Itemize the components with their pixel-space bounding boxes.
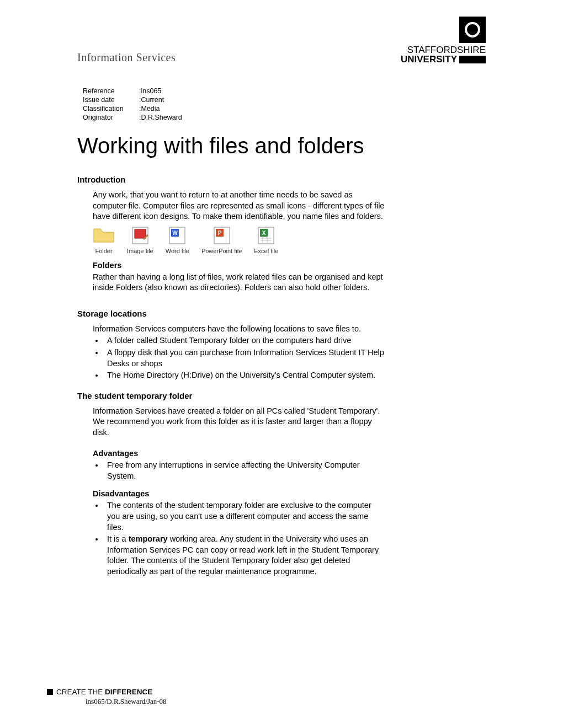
advantages-list: Free from any interruptions in service a… <box>104 460 385 481</box>
meta-value: :D.R.Sheward <box>139 114 182 121</box>
logo-text-line2: UNIVERSITY <box>401 55 486 64</box>
icon-label: PowerPoint file <box>201 248 242 254</box>
temp-para1: Information Services have created a fold… <box>93 406 385 417</box>
meta-label: Issue date <box>83 96 138 104</box>
file-icons-row: FolderImage fileWWord filePPowerPoint fi… <box>93 226 486 254</box>
disadvantages-list: The contents of the student temporary fo… <box>104 500 385 577</box>
folder-icon <box>93 226 115 245</box>
list-item: A folder called Student Temporary folder… <box>104 335 385 346</box>
powerpoint-file-icon: P <box>201 226 242 245</box>
meta-label: Classification <box>83 105 138 113</box>
university-logo: STAFFORDSHIRE UNIVERSITY <box>401 17 486 64</box>
meta-value: :Current <box>139 96 182 104</box>
meta-row: Reference:ins065 <box>83 87 182 95</box>
department-name: Information Services <box>77 51 176 64</box>
svg-text:P: P <box>217 230 221 236</box>
powerpoint-file-icon-cell: PPowerPoint file <box>201 226 242 254</box>
temp-heading: The student temporary folder <box>77 391 486 400</box>
meta-value: :Media <box>139 105 182 113</box>
word-file-icon: W <box>166 226 189 245</box>
icon-label: Image file <box>127 248 153 254</box>
logo-bar-icon <box>459 56 486 63</box>
document-metadata: Reference:ins065Issue date:CurrentClassi… <box>82 86 183 122</box>
excel-file-icon-cell: XExcel file <box>254 226 278 254</box>
advantages-subheading: Advantages <box>93 449 486 458</box>
footer-square-icon <box>47 689 53 695</box>
intro-paragraph: Any work, that you want to return to at … <box>93 190 385 222</box>
folder-icon-cell: Folder <box>93 226 115 254</box>
word-file-icon-cell: WWord file <box>166 226 189 254</box>
folders-subheading: Folders <box>93 261 486 270</box>
page-title: Working with files and folders <box>77 133 486 158</box>
meta-label: Reference <box>83 87 138 95</box>
meta-row: Issue date:Current <box>83 96 182 104</box>
footer-tagline: CREATE THE DIFFERENCE <box>47 688 167 696</box>
intro-heading: Introduction <box>77 175 486 184</box>
staffordshire-knot-icon <box>459 17 486 43</box>
meta-row: Originator:D.R.Sheward <box>83 114 182 121</box>
storage-list: A folder called Student Temporary folder… <box>104 335 385 381</box>
icon-label: Folder <box>93 248 115 254</box>
storage-heading: Storage locations <box>77 309 486 318</box>
page-header: Information Services STAFFORDSHIRE UNIVE… <box>77 17 486 64</box>
page-footer: CREATE THE DIFFERENCE ins065/D.R.Sheward… <box>47 688 167 706</box>
list-item: The contents of the student temporary fo… <box>104 500 385 533</box>
storage-paragraph: Information Services computers have the … <box>93 324 385 335</box>
icon-label: Word file <box>166 248 189 254</box>
list-item: Free from any interruptions in service a… <box>104 460 385 481</box>
intro-content: Any work, that you want to return to at … <box>93 190 486 293</box>
image-file-icon <box>127 226 153 245</box>
meta-row: Classification:Media <box>83 105 182 113</box>
svg-rect-1 <box>135 229 146 238</box>
folders-paragraph: Rather than having a long list of files,… <box>93 272 385 293</box>
logo-text-line1: STAFFORDSHIRE <box>401 45 486 55</box>
temp-content: Information Services have created a fold… <box>93 406 486 577</box>
list-item: A floppy disk that you can purchase from… <box>104 347 385 369</box>
icon-label: Excel file <box>254 248 278 254</box>
list-item: The Home Directory (H:Drive) on the Univ… <box>104 370 385 381</box>
svg-text:X: X <box>262 230 266 236</box>
footer-reference: ins065/D.R.Sheward/Jan-08 <box>86 697 167 706</box>
meta-label: Originator <box>83 114 138 121</box>
meta-value: :ins065 <box>139 87 182 95</box>
list-item: It is a temporary working area. Any stud… <box>104 534 385 577</box>
temp-para2: We recommend you work from this folder a… <box>93 416 385 438</box>
svg-text:W: W <box>173 230 178 236</box>
disadvantages-subheading: Disadvantages <box>93 489 486 498</box>
storage-content: Information Services computers have the … <box>93 324 486 381</box>
excel-file-icon: X <box>254 226 278 245</box>
image-file-icon-cell: Image file <box>127 226 153 254</box>
